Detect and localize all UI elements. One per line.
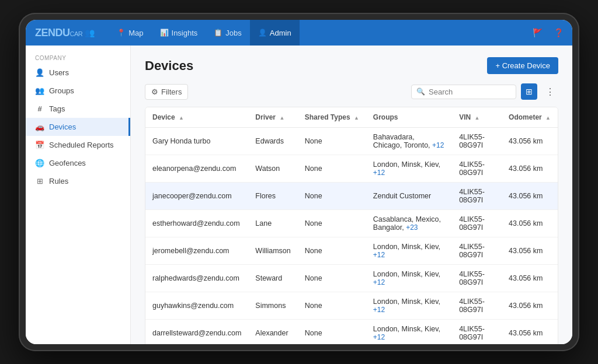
cell-groups: London, Minsk, Kiev, +12 [366,265,452,292]
sidebar-item-devices[interactable]: 🚗 Devices [26,118,130,136]
cell-vin: 4LIK55-08G97I [452,183,502,210]
nav-admin-label: Admin [270,29,291,37]
nav-jobs[interactable]: 📋 Jobs [206,20,249,46]
nav-jobs-label: Jobs [225,29,241,37]
nav-insights[interactable]: 📊 Insights [152,20,206,46]
sidebar-groups-label: Groups [49,86,74,95]
cell-shared: None [298,183,366,210]
nav-right: 🚩 ❓ [528,23,568,42]
cell-groups: Bahavadara, Chicago, Toronto, +12 [366,128,452,155]
cell-odometer: 43.056 km [502,292,558,320]
cell-odometer: 43.056 km [502,155,558,183]
logo-area: ZENDUCAR 👥 [30,27,99,39]
cell-odometer: 43.056 km [502,183,558,210]
sidebar-item-geofences[interactable]: 🌐 Geofences [26,154,130,172]
cell-driver: Flores [248,183,297,210]
cell-device: Gary Honda turbo [145,128,248,155]
table-row[interactable]: estherhoward@zendu.com Lane None Casabla… [145,210,558,237]
cell-device: eleanorpena@zendu.com [145,155,248,183]
admin-icon: 👤 [258,29,267,37]
cell-driver: Lane [248,210,297,237]
nav-items: 📍 Map 📊 Insights 📋 Jobs 👤 Admin [109,20,528,46]
flag-icon[interactable]: 🚩 [528,23,547,42]
cell-device: jeromebell@zendu.com [145,237,248,265]
toolbar-right: 🔍 ⊞ ⋮ [411,83,558,100]
col-odometer[interactable]: Odometer ▲ [502,107,558,128]
filters-button[interactable]: ⚙ Filters [145,84,188,100]
cell-shared: None [298,265,366,292]
groups-more-link[interactable]: +12 [373,251,385,259]
table-row[interactable]: ralphedwards@zendu.com Steward None Lond… [145,265,558,292]
view-toggle: ⊞ [521,83,537,100]
devices-icon: 🚗 [35,123,44,131]
table-row[interactable]: Gary Honda turbo Edwards None Bahavadara… [145,128,558,155]
cell-driver: Watson [248,155,297,183]
create-device-button[interactable]: + Create Device [487,57,558,74]
cell-vin: 4LIK55-08G97I [452,128,502,155]
cell-groups: London, Minsk, Kiev, +12 [366,237,452,265]
cell-shared: None [298,128,366,155]
cell-driver: Alexander [248,320,297,345]
cell-device: ralphedwards@zendu.com [145,265,248,292]
cell-groups: London, Minsk, Kiev, +12 [366,292,452,320]
search-input[interactable] [429,88,511,96]
sidebar-geofences-label: Geofences [49,159,86,167]
sort-odometer-icon: ▲ [545,115,551,121]
groups-more-link[interactable]: +12 [373,306,385,314]
table-row[interactable]: guyhawkins@zendu.com Simmons None London… [145,292,558,320]
nav-admin[interactable]: 👤 Admin [250,20,300,46]
tablet-frame: ZENDUCAR 👥 📍 Map 📊 Insights 📋 Jobs [19,13,579,351]
cell-driver: Steward [248,265,297,292]
groups-icon: 👥 [35,86,44,95]
table-row[interactable]: janecooper@zendu.com Flores None Zenduit… [145,183,558,210]
cell-device: janecooper@zendu.com [145,183,248,210]
data-table: Device ▲ Driver ▲ Shared Types ▲ Groups … [145,107,558,344]
nav-map-label: Map [128,29,143,37]
cell-shared: None [298,155,366,183]
main-layout: Company 👤 Users 👥 Groups # Tags 🚗 Device… [26,46,572,344]
table-header-row: Device ▲ Driver ▲ Shared Types ▲ Groups … [145,107,558,128]
col-device[interactable]: Device ▲ [145,107,248,128]
cell-groups: London, Minsk, Kiev, +12 [366,320,452,345]
table-row[interactable]: jeromebell@zendu.com Williamson None Lon… [145,237,558,265]
cell-shared: None [298,292,366,320]
users-icon: 👤 [35,68,44,77]
more-options-button[interactable]: ⋮ [542,83,558,100]
user-group-icon: 👥 [85,28,95,37]
groups-more-link[interactable]: +12 [373,333,385,341]
rules-icon: ⊞ [35,177,44,186]
top-nav: ZENDUCAR 👥 📍 Map 📊 Insights 📋 Jobs [26,20,572,46]
sidebar-rules-label: Rules [49,177,68,186]
groups-more-link[interactable]: +12 [373,278,385,286]
groups-more-link[interactable]: +12 [432,141,444,149]
cell-vin: 4LIK55-08G97I [452,292,502,320]
sidebar-item-tags[interactable]: # Tags [26,100,130,118]
sidebar-item-scheduled-reports[interactable]: 📅 Scheduled Reports [26,136,130,154]
col-driver[interactable]: Driver ▲ [248,107,297,128]
groups-more-link[interactable]: +12 [373,169,385,177]
sidebar-item-groups[interactable]: 👥 Groups [26,82,130,100]
groups-more-link[interactable]: +23 [406,223,418,232]
content-area: Devices + Create Device ⚙ Filters 🔍 [131,46,572,344]
grid-view-button[interactable]: ⊞ [521,83,537,100]
nav-map[interactable]: 📍 Map [109,20,151,46]
logo-main: ZENDU [35,27,70,38]
table-toolbar: ⚙ Filters 🔍 ⊞ ⋮ [145,83,558,100]
cell-driver: Williamson [248,237,297,265]
sidebar: Company 👤 Users 👥 Groups # Tags 🚗 Device… [26,46,131,344]
col-shared-types[interactable]: Shared Types ▲ [298,107,366,128]
col-vin[interactable]: VIN ▲ [452,107,502,128]
cell-vin: 4LIK55-08G97I [452,320,502,345]
sidebar-item-rules[interactable]: ⊞ Rules [26,172,130,190]
sort-vin-icon: ▲ [474,115,479,121]
cell-odometer: 43.056 km [502,265,558,292]
sidebar-item-users[interactable]: 👤 Users [26,64,130,82]
cell-shared: None [298,320,366,345]
help-icon[interactable]: ❓ [549,23,568,42]
table-row[interactable]: darrellsteward@zendu.com Alexander None … [145,320,558,345]
table-row[interactable]: eleanorpena@zendu.com Watson None London… [145,155,558,183]
cell-vin: 4LIK55-08G97I [452,265,502,292]
search-box: 🔍 [411,85,516,99]
cell-vin: 4LIK55-08G97I [452,155,502,183]
tags-icon: # [35,104,44,113]
